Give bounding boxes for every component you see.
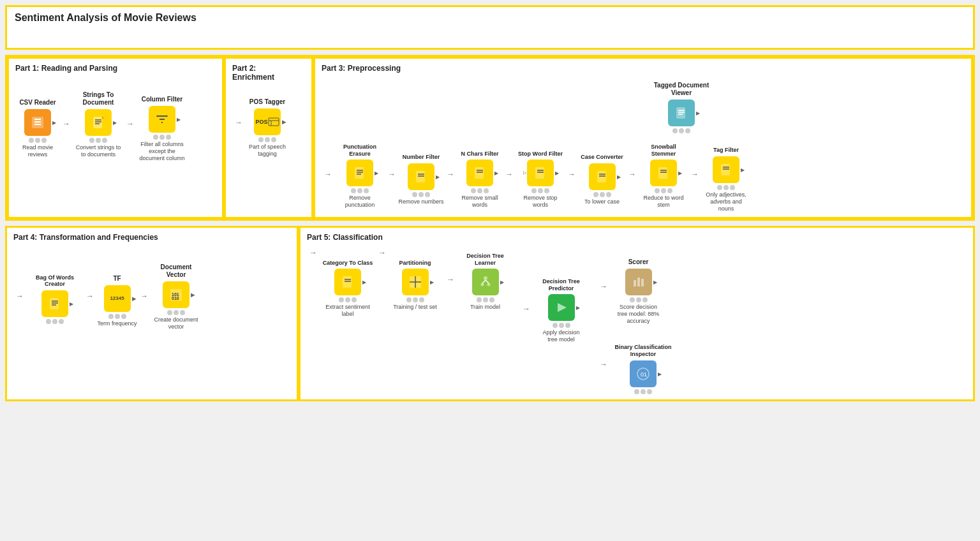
partitioning-icon[interactable]	[402, 269, 429, 295]
svg-rect-64	[641, 279, 644, 286]
cat-class-label: Category To Class	[323, 248, 373, 266]
svg-rect-63	[637, 278, 640, 286]
tagged-doc-label: Tagged Document Viewer	[653, 77, 710, 97]
snowball-stemmer-node[interactable]: Snowball Stemmer Reduce to word stem	[639, 139, 688, 209]
number-filter-node[interactable]: Number Filter Remove numbers	[398, 143, 444, 205]
case-converter-icon[interactable]	[589, 163, 616, 190]
strings-to-doc-icon[interactable]	[85, 109, 112, 136]
svg-marker-61	[558, 303, 567, 312]
n-chars-icon[interactable]	[466, 159, 493, 186]
punct-dots	[351, 188, 369, 193]
arrow-p5-1: →	[376, 248, 389, 257]
doc-vector-label: Document Vector	[151, 261, 202, 279]
svg-rect-25	[416, 171, 425, 182]
col-filter-dots	[153, 135, 171, 140]
svg-point-56	[484, 276, 487, 280]
dt-predictor-icon[interactable]	[548, 294, 575, 321]
svg-rect-34	[597, 171, 606, 182]
bow-icon[interactable]	[41, 290, 68, 317]
tag-filter-dots	[717, 185, 735, 190]
bow-dots	[46, 319, 64, 324]
binary-inspector-dots	[634, 389, 652, 394]
snowball-label: Snowball Stemmer	[639, 139, 688, 157]
scorer-sublabel: Score decision tree model: 88% accuracy	[614, 304, 662, 324]
svg-rect-62	[634, 280, 636, 286]
scorer-dots	[630, 297, 648, 302]
binary-inspector-icon[interactable]: 01	[630, 360, 657, 387]
dt-learner-sublabel: Train model	[470, 304, 500, 311]
svg-point-60	[487, 283, 490, 286]
dt-predictor-node[interactable]: Decision Tree Predictor Apply decision t…	[534, 274, 588, 343]
tagged-doc-viewer-node[interactable]: Tagged Document Viewer	[653, 77, 710, 133]
svg-line-58	[486, 280, 489, 283]
tag-filter-sublabel: Only adjectives, adverbs and nouns	[702, 191, 750, 212]
dt-learner-dots	[477, 297, 494, 302]
arrow1: →	[60, 119, 73, 128]
csv-reader-node[interactable]: CSV Reader Read movie reviews	[15, 89, 60, 158]
pos-tagger-node[interactable]: POS Tagger POS Part of speech tagging	[245, 88, 290, 158]
dt-learner-node[interactable]: Decision Tree Learner Train model	[458, 248, 512, 311]
scorer-node[interactable]: Scorer Score decision tree model: 88% ac…	[611, 248, 665, 324]
doc-vector-node[interactable]: Document Vector 101010 Create document v…	[151, 261, 202, 330]
svg-rect-14	[269, 118, 279, 126]
partitioning-node[interactable]: Partitioning Training / test set	[391, 248, 439, 311]
tagged-doc-dots	[672, 128, 690, 133]
punct-erasure-icon[interactable]	[346, 159, 373, 186]
column-filter-icon[interactable]	[149, 106, 175, 133]
arrow-p3-3: →	[503, 170, 516, 179]
partitioning-dots	[406, 297, 424, 302]
stop-word-dots	[531, 188, 549, 193]
number-filter-icon[interactable]	[408, 163, 434, 190]
column-filter-node[interactable]: Column Filter Filter all columns except …	[137, 85, 188, 161]
title-box: Sentiment Analysis of Movie Reviews	[5, 5, 975, 50]
tag-filter-label: Tag Filter	[713, 136, 739, 154]
csv-reader-icon[interactable]	[24, 109, 51, 136]
scorer-icon[interactable]	[625, 269, 652, 295]
strings-to-doc-node[interactable]: Strings To Document Convert strings to t…	[73, 89, 124, 158]
stop-word-icon[interactable]: ▷	[527, 159, 554, 186]
bow-creator-node[interactable]: Bag Of Words Creator	[26, 267, 84, 324]
main-container: Sentiment Analysis of Movie Reviews Part…	[5, 5, 975, 401]
arrow-p5-in: →	[307, 248, 320, 257]
case-converter-node[interactable]: Case Converter To lower case	[578, 143, 626, 205]
svg-marker-13	[167, 115, 168, 117]
tf-sublabel: Term frequency	[97, 320, 137, 327]
svg-marker-8	[102, 116, 105, 119]
tag-filter-node[interactable]: Tag Filter Only adjectives, adverbs and …	[701, 136, 751, 212]
dt-learner-icon[interactable]	[472, 269, 499, 295]
arrow-binary: →	[597, 360, 610, 369]
tagged-doc-icon[interactable]	[668, 100, 695, 126]
snowball-dots	[655, 188, 672, 193]
strings-to-doc-label: Strings To Document	[73, 89, 124, 107]
arrow-p3-5: →	[626, 170, 639, 179]
snowball-icon[interactable]	[650, 159, 677, 186]
doc-vector-icon[interactable]: 101010	[163, 281, 189, 308]
number-filter-dots	[412, 192, 430, 197]
n-chars-dots	[471, 188, 489, 193]
tf-icon[interactable]: 12345	[104, 285, 131, 312]
cat-class-sublabel: Extract sentiment label	[324, 304, 372, 318]
csv-reader-dots	[29, 138, 47, 143]
pos-tagger-icon[interactable]: POS	[254, 108, 281, 135]
csv-reader-label: CSV Reader	[19, 89, 56, 107]
tf-node[interactable]: TF 12345 Term frequency	[96, 265, 138, 327]
pos-tagger-label: POS Tagger	[249, 88, 286, 106]
pos-dots	[258, 137, 276, 142]
n-chars-sublabel: Remove small words	[457, 195, 503, 209]
doc-vector-dots	[167, 310, 185, 315]
part2-box: Part 2:Enrichment → POS Tagger POS Part …	[224, 57, 313, 219]
svg-rect-4	[93, 117, 102, 128]
n-chars-filter-node[interactable]: N Chars Filter Remove small words	[457, 139, 503, 209]
svg-text:010: 010	[172, 296, 179, 300]
arrow-p3-in: →	[322, 170, 334, 179]
punct-erasure-node[interactable]: Punctuation Erasure Remove punctuation	[334, 139, 385, 209]
number-filter-label: Number Filter	[403, 143, 440, 161]
svg-rect-37	[658, 167, 667, 179]
stop-word-node[interactable]: Stop Word Filter ▷ Remove stop words	[516, 139, 565, 209]
svg-rect-43	[50, 298, 59, 309]
cat-class-icon[interactable]	[334, 269, 361, 295]
binary-inspector-node[interactable]: Binary Classification Inspector 01	[611, 335, 675, 394]
tag-filter-icon[interactable]	[713, 156, 739, 183]
cat-to-class-node[interactable]: Category To Class Extract sentiment labe…	[322, 248, 373, 318]
punct-erasure-label: Punctuation Erasure	[334, 139, 385, 157]
